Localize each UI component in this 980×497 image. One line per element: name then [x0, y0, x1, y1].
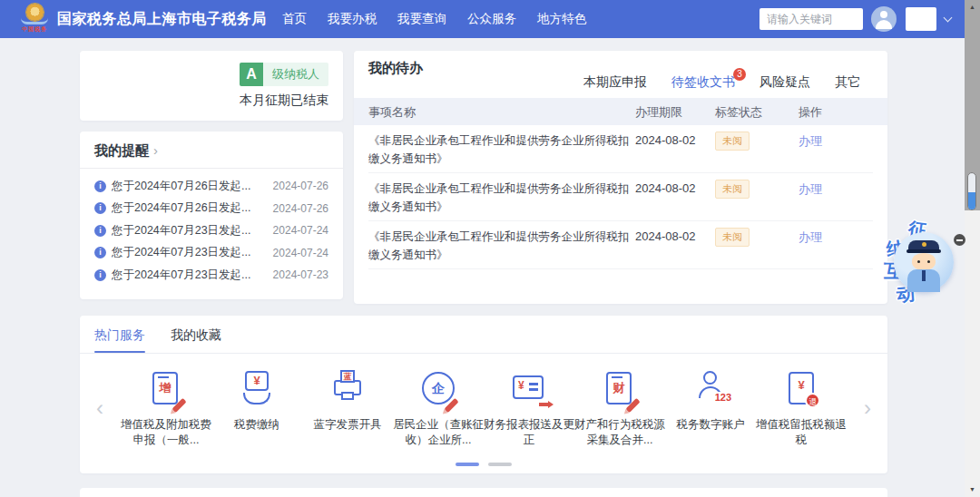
- chevron-down-icon[interactable]: [944, 14, 953, 23]
- header-search: [760, 8, 863, 30]
- handle-link[interactable]: 办理: [799, 133, 822, 150]
- scroll-down-icon[interactable]: ▼: [965, 484, 980, 495]
- service-blue-invoice[interactable]: 蓝 蓝字发票开具: [302, 368, 393, 448]
- taxpayer-grade-card: A 级纳税人 本月征期已结束: [80, 51, 343, 121]
- item-name: 《非居民企业承包工程作业和提供劳务企业所得税扣缴义务通知书》: [368, 180, 633, 216]
- reminder-item[interactable]: i 您于2024年07月26日发起... 2024-07-26: [94, 175, 328, 198]
- service-label: 财务报表报送及更正: [484, 417, 574, 448]
- carousel-right-icon[interactable]: ›: [864, 397, 871, 419]
- digital-account-person-icon: 123: [690, 368, 731, 410]
- pay-tax-icon: ¥: [236, 368, 278, 410]
- tab-my-favorites[interactable]: 我的收藏: [171, 316, 221, 353]
- services-tabs: 热门服务 我的收藏: [80, 316, 887, 354]
- grade-letter: A: [240, 63, 263, 86]
- info-icon: i: [94, 269, 106, 281]
- nav-inquiry[interactable]: 我要查询: [397, 11, 446, 27]
- service-tax-payment[interactable]: ¥ 税费缴纳: [211, 368, 302, 448]
- username-box[interactable]: [906, 7, 936, 31]
- property-tax-icon: 财: [599, 368, 641, 410]
- tax-bureau-logo: 中国税务: [18, 3, 51, 36]
- todo-table-body: 《非居民企业承包工程作业和提供劳务企业所得税扣缴义务通知书》 2024-08-0…: [368, 125, 873, 269]
- reminder-date: 2024-07-26: [273, 180, 328, 192]
- todo-title: 我的待办: [368, 60, 423, 77]
- status-badge: 未阅: [715, 132, 750, 151]
- next-section-card-edge: [80, 488, 887, 497]
- vat-refund-icon: ¥ 退: [780, 368, 822, 410]
- reminder-text: 您于2024年07月26日发起...: [112, 200, 268, 216]
- nav-local-features[interactable]: 地方特色: [537, 11, 586, 27]
- reminder-item[interactable]: i 您于2024年07月23日发起... 2024-07-24: [94, 219, 328, 242]
- taxpayer-grade-badge: A 级纳税人: [240, 63, 328, 86]
- arrow-right-icon: [539, 403, 548, 406]
- chevron-right-icon: ›: [153, 142, 158, 158]
- service-label: 税费缴纳: [211, 417, 302, 433]
- tab-hot-services[interactable]: 热门服务: [94, 316, 145, 353]
- info-icon: i: [94, 202, 106, 214]
- info-icon: i: [94, 225, 106, 237]
- item-deadline: 2024-08-02: [635, 133, 696, 147]
- reminder-item[interactable]: i 您于2024年07月26日发起... 2024-07-26: [94, 198, 328, 220]
- vat-declare-icon: 增: [145, 368, 187, 410]
- item-name: 《非居民企业承包工程作业和提供劳务企业所得税扣缴义务通知书》: [368, 132, 633, 168]
- service-label: 增值税留抵税额退税: [756, 417, 847, 448]
- financial-report-icon: ¥: [508, 368, 550, 410]
- reminders-card: 我的提醒› i 您于2024年07月26日发起... 2024-07-26 i …: [80, 132, 343, 299]
- refund-badge-icon: 退: [805, 393, 820, 408]
- service-property-behavior-tax[interactable]: 财 财产和行为税税源采集及合并...: [574, 368, 665, 448]
- service-vat-refund[interactable]: ¥ 退 增值税留抵税额退税: [756, 368, 847, 448]
- handle-link[interactable]: 办理: [799, 229, 822, 246]
- column-deadline: 办理期限: [635, 104, 682, 121]
- table-row: 《非居民企业承包工程作业和提供劳务企业所得税扣缴义务通知书》 2024-08-0…: [368, 125, 873, 173]
- nav-home[interactable]: 首页: [282, 11, 307, 27]
- nav-public-service[interactable]: 公众服务: [467, 11, 516, 27]
- page: 中国税务 国家税务总局上海市电子税务局 首页 我要办税 我要查询 公众服务 地方…: [0, 0, 980, 497]
- service-label: 居民企业（查账征收）企业所...: [393, 417, 484, 448]
- reminders-title: 我的提醒: [94, 142, 149, 158]
- collection-period-status: 本月征期已结束: [240, 93, 328, 109]
- info-icon: i: [94, 180, 106, 192]
- reminders-list: i 您于2024年07月26日发起... 2024-07-26 i 您于2024…: [80, 169, 343, 287]
- item-name: 《非居民企业承包工程作业和提供劳务企业所得税扣缴义务通知书》: [368, 228, 633, 264]
- header: 中国税务 国家税务总局上海市电子税务局 首页 我要办税 我要查询 公众服务 地方…: [0, 0, 965, 38]
- reminder-text: 您于2024年07月23日发起...: [112, 268, 268, 283]
- table-row: 《非居民企业承包工程作业和提供劳务企业所得税扣缴义务通知书》 2024-08-0…: [368, 173, 873, 221]
- tab-badge-count: 3: [733, 68, 746, 81]
- carousel-left-icon[interactable]: ‹: [96, 397, 103, 419]
- reminders-header[interactable]: 我的提醒›: [80, 132, 343, 169]
- table-row: 《非居民企业承包工程作业和提供劳务企业所得税扣缴义务通知书》 2024-08-0…: [368, 221, 873, 269]
- handle-link[interactable]: 办理: [799, 181, 822, 198]
- services-grid: 增 增值税及附加税费申报（一般... ¥ 税费缴纳 蓝 蓝字发票开具: [121, 368, 847, 448]
- user-avatar[interactable]: [871, 6, 897, 32]
- column-action: 操作: [799, 104, 822, 121]
- reminder-text: 您于2024年07月23日发起...: [112, 223, 268, 239]
- todo-table-header: 事项名称 办理期限 标签状态 操作: [354, 98, 887, 125]
- service-digital-account[interactable]: 123 税务数字账户: [665, 368, 756, 448]
- grade-label: 级纳税人: [263, 63, 328, 86]
- service-resident-enterprise-tax[interactable]: 企 居民企业（查账征收）企业所...: [393, 368, 484, 448]
- service-vat-declaration[interactable]: 增 增值税及附加税费申报（一般...: [121, 368, 211, 448]
- carousel-page-indicator[interactable]: [488, 463, 512, 466]
- info-icon: i: [94, 247, 106, 258]
- hot-services-card: 热门服务 我的收藏 ‹ › 增 增值税及附加税费申报（一般... ¥ 税费缴纳: [80, 316, 887, 473]
- service-label: 蓝字发票开具: [302, 417, 393, 433]
- column-item-name: 事项名称: [368, 104, 416, 121]
- reminder-item[interactable]: i 您于2024年07月23日发起... 2024-07-23: [94, 264, 328, 287]
- hand-icon: [243, 393, 270, 404]
- service-label: 税务数字账户: [665, 417, 756, 433]
- service-financial-report[interactable]: ¥ 财务报表报送及更正: [484, 368, 574, 448]
- interaction-mascot-widget[interactable]: 征 纳 互 动: [882, 216, 971, 308]
- item-deadline: 2024-08-02: [635, 181, 696, 195]
- carousel-page-indicator[interactable]: [456, 463, 479, 466]
- scrollbar-thumb[interactable]: [967, 172, 976, 210]
- column-tag-status: 标签状态: [715, 104, 762, 121]
- service-label: 增值税及附加税费申报（一般...: [121, 417, 211, 448]
- scroll-up-icon[interactable]: ▲: [965, 2, 980, 13]
- logo-wings-icon: [21, 18, 48, 24]
- service-label: 财产和行为税税源采集及合并...: [574, 417, 665, 448]
- minimize-icon[interactable]: [954, 234, 965, 246]
- logo-caption: 中国税务: [18, 25, 51, 34]
- top-nav: 首页 我要办税 我要查询 公众服务 地方特色: [282, 0, 607, 38]
- nav-tax-handling[interactable]: 我要办税: [328, 11, 377, 27]
- status-badge: 未阅: [715, 180, 750, 199]
- reminder-item[interactable]: i 您于2024年07月23日发起... 2024-07-24: [94, 242, 328, 265]
